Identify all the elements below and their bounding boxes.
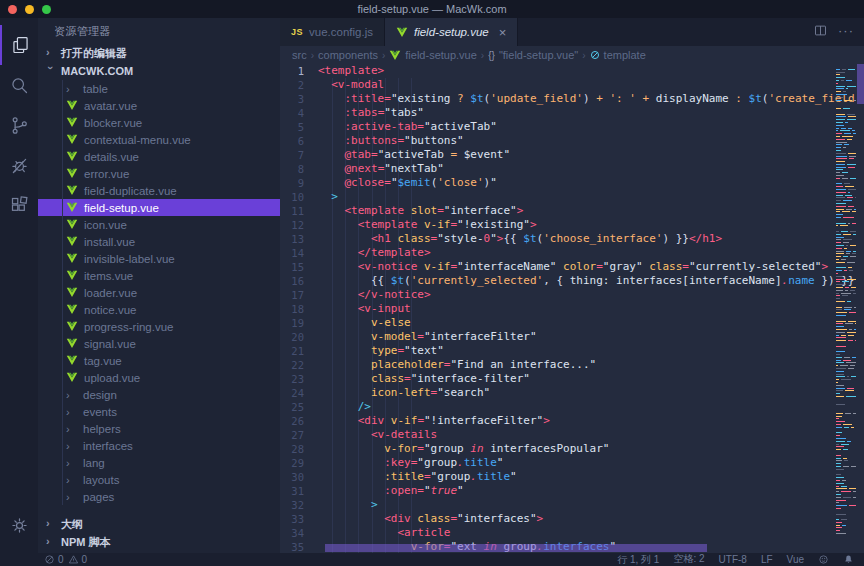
tree-item-helpers[interactable]: ›helpers <box>38 420 280 437</box>
line-number[interactable]: 5 <box>280 120 318 134</box>
code-line-25[interactable]: 25 /> <box>280 400 864 414</box>
problems-warnings[interactable]: 0 <box>68 554 88 565</box>
code-line-28[interactable]: 28 v-for="group in interfacesPopular" <box>280 442 864 456</box>
notifications-bell-icon[interactable] <box>843 554 854 565</box>
line-number[interactable]: 3 <box>280 92 318 106</box>
code-line-29[interactable]: 29 :key="group.title" <box>280 456 864 470</box>
tree-item-loader.vue[interactable]: loader.vue <box>38 284 280 301</box>
line-number[interactable]: 25 <box>280 400 318 414</box>
line-number[interactable]: 17 <box>280 288 318 302</box>
code-line-12[interactable]: 12 <template v-if="!existing"> <box>280 218 864 232</box>
line-number[interactable]: 14 <box>280 246 318 260</box>
tree-item-events[interactable]: ›events <box>38 403 280 420</box>
tree-item-table[interactable]: ›table <box>38 80 280 97</box>
code-line-7[interactable]: 7 @tab="activeTab = $event" <box>280 148 864 162</box>
line-number[interactable]: 18 <box>280 302 318 316</box>
line-number[interactable]: 26 <box>280 414 318 428</box>
line-number[interactable]: 13 <box>280 232 318 246</box>
tab-field-setup.vue[interactable]: field-setup.vue× <box>385 18 518 46</box>
tree-item-install.vue[interactable]: install.vue <box>38 233 280 250</box>
tree-item-contextual-menu.vue[interactable]: contextual-menu.vue <box>38 131 280 148</box>
line-number[interactable]: 15 <box>280 260 318 274</box>
line-number[interactable]: 7 <box>280 148 318 162</box>
line-number[interactable]: 24 <box>280 386 318 400</box>
code-line-4[interactable]: 4 :tabs="tabs" <box>280 106 864 120</box>
workspace-root-section[interactable]: › MACWK.COM <box>38 62 280 80</box>
line-number[interactable]: 1 <box>280 64 318 78</box>
code-line-24[interactable]: 24 icon-left="search" <box>280 386 864 400</box>
tree-item-field-setup.vue[interactable]: field-setup.vue <box>38 199 280 216</box>
vertical-scrollbar[interactable] <box>857 64 864 104</box>
status-item-Vue[interactable]: Vue <box>787 554 804 565</box>
line-number[interactable]: 28 <box>280 442 318 456</box>
code-line-18[interactable]: 18 <v-input <box>280 302 864 316</box>
code-line-13[interactable]: 13 <h1 class="style-0">{{ $t('choose_int… <box>280 232 864 246</box>
line-number[interactable]: 10 <box>280 190 318 204</box>
code-line-1[interactable]: 1<template> <box>280 64 864 78</box>
code-line-30[interactable]: 30 :title="group.title" <box>280 470 864 484</box>
code-line-6[interactable]: 6 :buttons="buttons" <box>280 134 864 148</box>
horizontal-scrollbar[interactable] <box>325 544 707 552</box>
line-number[interactable]: 2 <box>280 78 318 92</box>
close-window-button[interactable] <box>8 5 17 14</box>
line-number[interactable]: 34 <box>280 526 318 540</box>
status-item-2[interactable]: 空格: 2 <box>673 552 704 566</box>
code-line-8[interactable]: 8 @next="nextTab" <box>280 162 864 176</box>
extensions-icon[interactable] <box>0 185 38 225</box>
code-line-16[interactable]: 16 {{ $t('currently_selected', { thing: … <box>280 274 864 288</box>
tree-item-tag.vue[interactable]: tag.vue <box>38 352 280 369</box>
more-actions-icon[interactable]: ··· <box>838 23 854 38</box>
code-line-17[interactable]: 17 </v-notice> <box>280 288 864 302</box>
code-line-5[interactable]: 5 :active-tab="activeTab" <box>280 120 864 134</box>
tab-vue.config.js[interactable]: JSvue.config.js <box>280 18 385 46</box>
close-tab-icon[interactable]: × <box>499 25 507 40</box>
tree-item-field-duplicate.vue[interactable]: field-duplicate.vue <box>38 182 280 199</box>
split-editor-icon[interactable] <box>813 23 828 42</box>
code-line-22[interactable]: 22 placeholder="Find an interface..." <box>280 358 864 372</box>
code-line-23[interactable]: 23 class="interface-filter" <box>280 372 864 386</box>
minimize-window-button[interactable] <box>25 5 34 14</box>
tree-item-items.vue[interactable]: items.vue <box>38 267 280 284</box>
tree-item-blocker.vue[interactable]: blocker.vue <box>38 114 280 131</box>
code-editor[interactable]: 1<template>2 <v-modal3 :title="existing … <box>280 64 864 553</box>
line-number[interactable]: 20 <box>280 330 318 344</box>
source-control-icon[interactable] <box>0 105 38 145</box>
code-line-10[interactable]: 10 > <box>280 190 864 204</box>
breadcrumb-item-components[interactable]: components <box>318 49 378 61</box>
line-number[interactable]: 4 <box>280 106 318 120</box>
line-number[interactable]: 19 <box>280 316 318 330</box>
line-number[interactable]: 22 <box>280 358 318 372</box>
breadcrumb-item-field-setup.vue[interactable]: {}"field-setup.vue" <box>488 49 578 61</box>
tree-item-design[interactable]: ›design <box>38 386 280 403</box>
status-item-UTF8[interactable]: UTF-8 <box>719 554 747 565</box>
tree-item-upload.vue[interactable]: upload.vue <box>38 369 280 386</box>
status-item-LF[interactable]: LF <box>761 554 773 565</box>
line-number[interactable]: 12 <box>280 218 318 232</box>
tree-item-lang[interactable]: ›lang <box>38 454 280 471</box>
line-number[interactable]: 16 <box>280 274 318 288</box>
breadcrumb-item-src[interactable]: src <box>292 49 307 61</box>
tree-item-pages[interactable]: ›pages <box>38 488 280 505</box>
tree-item-error.vue[interactable]: error.vue <box>38 165 280 182</box>
debug-icon[interactable] <box>0 145 38 185</box>
breadcrumb-item-field-setup.vue[interactable]: field-setup.vue <box>389 49 477 61</box>
problems-errors[interactable]: 0 <box>44 554 64 565</box>
line-number[interactable]: 30 <box>280 470 318 484</box>
tree-item-signal.vue[interactable]: signal.vue <box>38 335 280 352</box>
code-line-15[interactable]: 15 <v-notice v-if="interfaceName" color=… <box>280 260 864 274</box>
code-line-34[interactable]: 34 <article <box>280 526 864 540</box>
code-line-27[interactable]: 27 <v-details <box>280 428 864 442</box>
tree-item-notice.vue[interactable]: notice.vue <box>38 301 280 318</box>
line-number[interactable]: 9 <box>280 176 318 190</box>
code-line-19[interactable]: 19 v-else <box>280 316 864 330</box>
line-number[interactable]: 29 <box>280 456 318 470</box>
code-line-14[interactable]: 14 </template> <box>280 246 864 260</box>
code-line-9[interactable]: 9 @close="$emit('close')" <box>280 176 864 190</box>
tree-item-icon.vue[interactable]: icon.vue <box>38 216 280 233</box>
tree-item-progress-ring.vue[interactable]: progress-ring.vue <box>38 318 280 335</box>
status-item-11[interactable]: 行 1, 列 1 <box>617 553 659 566</box>
line-number[interactable]: 8 <box>280 162 318 176</box>
line-number[interactable]: 35 <box>280 540 318 553</box>
tree-item-invisible-label.vue[interactable]: invisible-label.vue <box>38 250 280 267</box>
zoom-window-button[interactable] <box>42 5 51 14</box>
